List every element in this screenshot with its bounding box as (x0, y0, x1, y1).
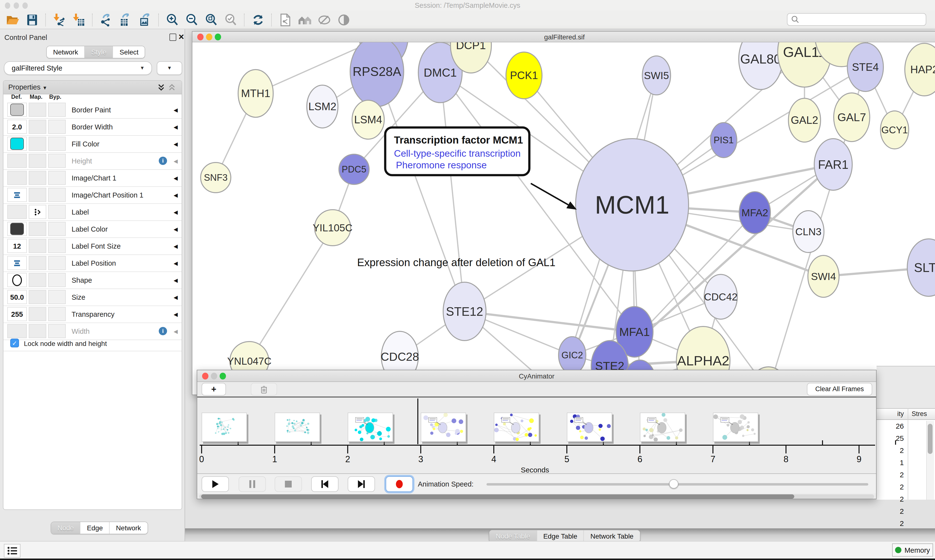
default-value-cell[interactable] (7, 103, 27, 117)
bypass-cell[interactable] (48, 171, 66, 185)
collapse-all-icon[interactable] (168, 84, 176, 91)
clear-all-frames-button[interactable]: Clear All Frames (807, 383, 872, 395)
mapping-cell[interactable] (29, 239, 46, 253)
bypass-cell[interactable] (48, 307, 66, 321)
network-node-gic2[interactable]: GIC2 (559, 337, 586, 374)
bypass-cell[interactable] (48, 188, 66, 202)
import-network-button[interactable] (50, 11, 69, 28)
expand-row-icon[interactable]: ◀ (174, 272, 178, 289)
property-row-image-chart-position-1[interactable]: Image/Chart Position 1◀ (3, 187, 182, 204)
bypass-cell[interactable] (48, 256, 66, 270)
expand-row-icon[interactable]: ◀ (174, 187, 178, 203)
delete-frame-button[interactable] (251, 383, 277, 395)
mapping-cell[interactable] (29, 273, 46, 287)
bypass-cell[interactable] (48, 120, 66, 134)
zoom-in-button[interactable] (163, 11, 182, 28)
stop-button[interactable] (275, 476, 302, 492)
table-row[interactable]: 2 (876, 517, 935, 529)
bypass-cell[interactable] (48, 137, 66, 151)
mapping-cell[interactable] (29, 256, 46, 270)
table-column-stress[interactable]: Stres (912, 409, 927, 419)
record-button[interactable] (386, 476, 413, 492)
table-row[interactable]: 2 (876, 505, 935, 517)
skip-to-end-button[interactable] (348, 476, 375, 492)
annotation-link[interactable]: Cell-type-specific transcription (394, 148, 521, 158)
search-input[interactable] (787, 13, 926, 26)
network-node-hap2[interactable]: HAP2 (905, 43, 935, 96)
frames-timeline[interactable]: Seconds 0123456789 (197, 397, 876, 474)
network-node-gal80[interactable]: GAL80 (739, 42, 782, 89)
property-row-size[interactable]: 50.0Size◀ (3, 289, 182, 306)
speed-slider-handle[interactable] (669, 479, 678, 488)
default-value-cell[interactable] (7, 137, 27, 151)
timeline-frame-7[interactable] (713, 412, 758, 442)
bypass-cell[interactable] (48, 239, 66, 253)
expand-row-icon[interactable]: ◀ (174, 102, 178, 118)
network-node-gcy1[interactable]: GCY1 (881, 111, 909, 149)
timeline-frame-1[interactable] (275, 412, 320, 442)
expand-all-icon[interactable] (157, 84, 165, 91)
mapping-cell[interactable] (29, 290, 46, 304)
expand-row-icon[interactable]: ◀ (174, 255, 178, 271)
property-row-image-chart-1[interactable]: Image/Chart 1◀ (3, 170, 182, 187)
property-row-border-width[interactable]: 2.0Border Width◀ (3, 119, 182, 136)
tab-network-table[interactable]: Network Table (584, 530, 640, 542)
network-node-lsm2[interactable]: LSM2 (307, 85, 338, 128)
timeline-frame-4[interactable] (494, 412, 539, 442)
expand-row-icon[interactable]: ◀ (174, 136, 178, 152)
network-node-pck1[interactable]: PCK1 (506, 52, 542, 99)
default-value-cell[interactable]: 12 (7, 239, 27, 253)
memory-button[interactable]: Memory (892, 543, 933, 557)
network-node-swi4[interactable]: SWI4 (808, 255, 839, 297)
timeline-frame-0[interactable] (202, 412, 247, 442)
mapping-cell[interactable] (29, 222, 46, 236)
network-node-lsm4[interactable]: LSM4 (352, 100, 384, 139)
timeline-frame-3[interactable] (421, 412, 466, 442)
expand-row-icon[interactable]: ◀ (174, 238, 178, 254)
timeline-frame-6[interactable] (640, 412, 685, 442)
bypass-cell[interactable] (48, 103, 66, 117)
zoom-selected-button[interactable] (221, 11, 241, 28)
refresh-layout-button[interactable] (248, 11, 268, 28)
default-value-cell[interactable] (7, 171, 27, 185)
network-node-swi5[interactable]: SWI5 (642, 56, 671, 95)
timeline-scrollbar[interactable] (199, 494, 874, 499)
network-node-gal2[interactable]: GAL2 (788, 98, 821, 142)
tab-network[interactable]: Network (47, 46, 85, 58)
properties-header[interactable]: Properties ▼ (3, 81, 182, 94)
show-graphics-button[interactable] (334, 11, 353, 28)
mapping-cell[interactable] (29, 188, 46, 202)
expand-row-icon[interactable]: ◀ (174, 306, 178, 323)
default-value-cell[interactable] (7, 205, 27, 219)
network-node-mth1[interactable]: MTH1 (238, 69, 273, 117)
timeline-playhead[interactable] (417, 398, 418, 444)
tab-edge[interactable]: Edge (80, 522, 110, 534)
bypass-cell[interactable] (48, 222, 66, 236)
close-panel-icon[interactable]: ✕ (178, 32, 184, 42)
default-value-cell[interactable] (7, 273, 27, 287)
table-column-ity[interactable]: ity (878, 409, 904, 419)
cyanimator-titlebar[interactable]: CyAnimator (197, 370, 876, 382)
network-node-ste4[interactable]: STE4 (847, 43, 883, 91)
mapping-cell[interactable] (29, 120, 46, 134)
expand-row-icon[interactable]: ◀ (174, 119, 178, 135)
bypass-cell[interactable] (48, 205, 66, 219)
network-node-cdc42[interactable]: CDC42 (704, 274, 738, 319)
zoom-out-button[interactable] (182, 11, 202, 28)
copy-style-button[interactable] (276, 11, 295, 28)
style-selector-dropdown[interactable]: galFiltered Style ▼ (4, 61, 152, 75)
tab-style[interactable]: Style (85, 46, 113, 58)
pause-button[interactable] (239, 476, 266, 492)
zoom-fit-button[interactable] (202, 11, 221, 28)
network-node-snf3[interactable]: SNF3 (201, 163, 231, 193)
tab-edge-table[interactable]: Edge Table (537, 530, 584, 542)
property-row-height[interactable]: Heighti◀ (3, 153, 182, 170)
default-value-cell[interactable] (7, 154, 27, 168)
network-node-slt2[interactable]: SLT2 (907, 239, 935, 296)
expand-row-icon[interactable]: ◀ (174, 153, 178, 169)
tab-node[interactable]: Node (51, 522, 80, 534)
mapping-cell[interactable] (29, 103, 46, 117)
property-row-label-color[interactable]: Label Color◀ (3, 221, 182, 238)
expand-row-icon[interactable]: ◀ (174, 170, 178, 186)
save-session-button[interactable] (22, 11, 42, 28)
